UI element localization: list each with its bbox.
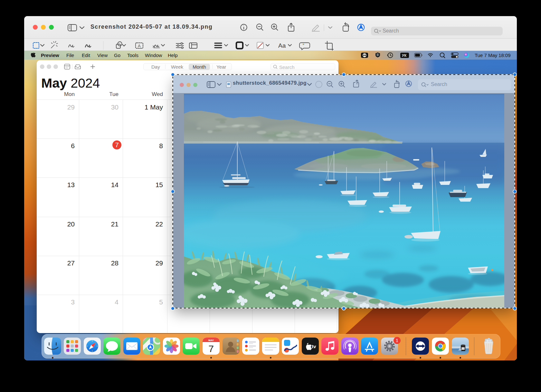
svg-text:УК: УК	[402, 53, 407, 57]
svg-text:7: 7	[208, 343, 214, 354]
svg-text:A: A	[138, 43, 141, 48]
svg-text:shutterstock_686549479.jpg: shutterstock_686549479.jpg	[233, 80, 307, 86]
svg-text:MAY: MAY	[208, 339, 214, 342]
svg-text:tv: tv	[312, 344, 316, 349]
svg-text:Aa: Aa	[278, 42, 286, 49]
svg-text:”: ”	[303, 43, 304, 48]
